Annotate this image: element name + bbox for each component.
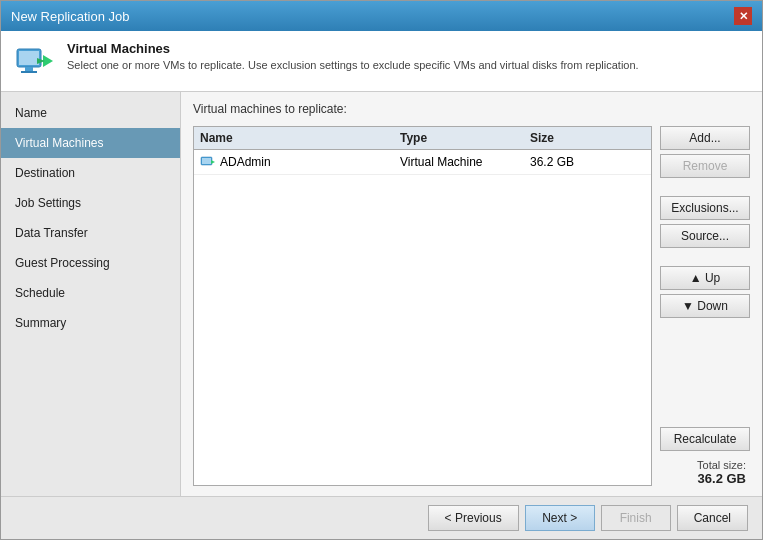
col-header-type: Type [400, 131, 530, 145]
finish-button[interactable]: Finish [601, 505, 671, 531]
side-buttons: Add... Remove Exclusions... Source... ▲ … [660, 126, 750, 486]
up-arrow-icon: ▲ [690, 271, 705, 285]
table-area: Name Type Size ADAd [193, 126, 750, 486]
down-arrow-icon: ▼ [682, 299, 697, 313]
remove-button[interactable]: Remove [660, 154, 750, 178]
previous-button[interactable]: < Previous [428, 505, 519, 531]
vm-table: Name Type Size ADAd [193, 126, 652, 486]
sidebar-item-guest-processing[interactable]: Guest Processing [1, 248, 180, 278]
dialog: New Replication Job ✕ Virtual Machines S… [0, 0, 763, 540]
exclusions-button[interactable]: Exclusions... [660, 196, 750, 220]
down-button[interactable]: ▼ Down [660, 294, 750, 318]
title-bar: New Replication Job ✕ [1, 1, 762, 31]
table-row[interactable]: ADAdmin Virtual Machine 36.2 GB [194, 150, 651, 175]
next-button[interactable]: Next > [525, 505, 595, 531]
sidebar: Name Virtual Machines Destination Job Se… [1, 92, 181, 496]
vm-type-cell: Virtual Machine [400, 155, 530, 169]
total-label: Total size: [660, 459, 746, 471]
close-button[interactable]: ✕ [734, 7, 752, 25]
body: Name Virtual Machines Destination Job Se… [1, 92, 762, 496]
vm-name-cell: ADAdmin [200, 154, 400, 170]
col-header-size: Size [530, 131, 620, 145]
header-description: Select one or more VMs to replicate. Use… [67, 59, 639, 71]
dialog-title: New Replication Job [11, 9, 130, 24]
table-body: ADAdmin Virtual Machine 36.2 GB [194, 150, 651, 485]
vm-row-icon [200, 154, 216, 170]
header-section: Virtual Machines Select one or more VMs … [1, 31, 762, 92]
recalculate-button[interactable]: Recalculate [660, 427, 750, 451]
total-section: Total size: 36.2 GB [660, 459, 750, 486]
vm-icon [15, 41, 55, 81]
sidebar-item-destination[interactable]: Destination [1, 158, 180, 188]
main-content: Virtual machines to replicate: Name Type… [181, 92, 762, 496]
svg-marker-8 [211, 160, 215, 164]
vm-name: ADAdmin [220, 155, 271, 169]
sidebar-item-name[interactable]: Name [1, 98, 180, 128]
vm-size-cell: 36.2 GB [530, 155, 620, 169]
source-button[interactable]: Source... [660, 224, 750, 248]
footer: < Previous Next > Finish Cancel [1, 496, 762, 539]
add-button[interactable]: Add... [660, 126, 750, 150]
sidebar-item-virtual-machines[interactable]: Virtual Machines [1, 128, 180, 158]
sidebar-item-data-transfer[interactable]: Data Transfer [1, 218, 180, 248]
total-value: 36.2 GB [660, 471, 746, 486]
header-text: Virtual Machines Select one or more VMs … [67, 41, 639, 71]
sidebar-item-summary[interactable]: Summary [1, 308, 180, 338]
cancel-button[interactable]: Cancel [677, 505, 748, 531]
col-header-name: Name [200, 131, 400, 145]
svg-rect-2 [25, 67, 33, 71]
up-button[interactable]: ▲ Up [660, 266, 750, 290]
table-header: Name Type Size [194, 127, 651, 150]
header-title: Virtual Machines [67, 41, 639, 56]
svg-rect-3 [21, 71, 37, 73]
sidebar-item-schedule[interactable]: Schedule [1, 278, 180, 308]
svg-rect-1 [19, 51, 39, 65]
sidebar-item-job-settings[interactable]: Job Settings [1, 188, 180, 218]
svg-rect-7 [202, 158, 211, 164]
section-label: Virtual machines to replicate: [193, 102, 750, 116]
